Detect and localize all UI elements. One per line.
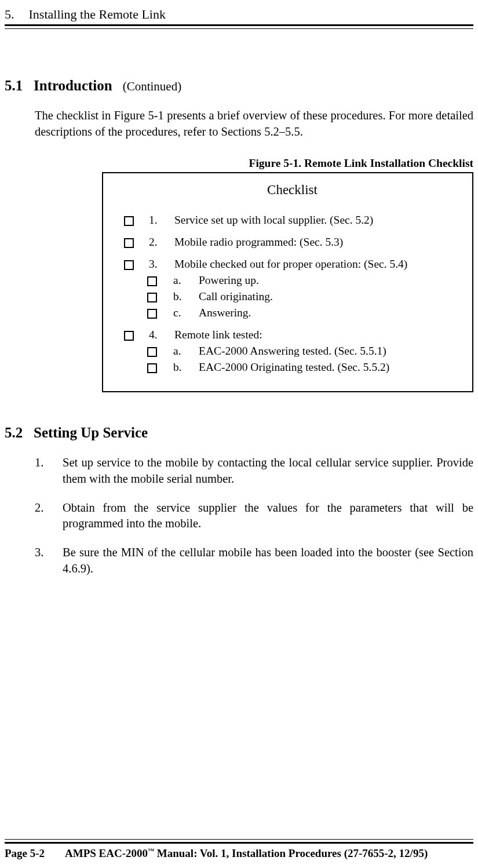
section-title: Introduction	[34, 78, 112, 94]
item-text: Be sure the MIN of the cellular mobile h…	[63, 545, 473, 577]
numbered-list: 1. Set up service to the mobile by conta…	[35, 455, 473, 577]
content-area: 5.1 Introduction (Continued) The checkli…	[0, 31, 478, 577]
item-number: 1.	[149, 214, 174, 227]
item-number: a.	[173, 345, 199, 358]
section-number: 5.2	[5, 425, 28, 441]
item-number: 1.	[35, 455, 63, 487]
checkbox-icon	[147, 347, 157, 357]
item-text: Service set up with local supplier. (Sec…	[174, 214, 461, 227]
item-text: Call originating.	[199, 290, 461, 303]
checklist-item-3a: a. Powering up.	[147, 274, 461, 287]
section-title: Setting Up Service	[34, 425, 148, 441]
checklist-item-4b: b. EAC-2000 Originating tested. (Sec. 5.…	[147, 361, 461, 374]
item-number: 3.	[149, 258, 174, 271]
intro-paragraph: The checklist in Figure 5-1 presents a b…	[35, 108, 473, 140]
checklist-item-3: 3. Mobile checked out for proper operati…	[124, 258, 461, 271]
chapter-title: 5. Installing the Remote Link	[5, 7, 473, 22]
item-number: b.	[173, 290, 199, 303]
header-rule	[5, 24, 473, 29]
page-footer: Page 5-2 AMPS EAC-2000™ Manual: Vol. 1, …	[5, 839, 473, 860]
checklist-item-4a: a. EAC-2000 Answering tested. (Sec. 5.5.…	[147, 345, 461, 358]
page-header: 5. Installing the Remote Link	[5, 0, 473, 31]
list-item: 2. Obtain from the service supplier the …	[35, 500, 473, 532]
checkbox-icon	[124, 260, 134, 270]
item-number: c.	[173, 307, 199, 319]
checkbox-icon	[147, 309, 157, 319]
figure-caption: Figure 5-1. Remote Link Installation Che…	[5, 157, 473, 170]
footer-title: AMPS EAC-2000™ Manual: Vol. 1, Installat…	[65, 847, 473, 860]
section-5-1-heading: 5.1 Introduction (Continued)	[5, 78, 473, 94]
item-number: 2.	[35, 500, 63, 532]
checklist-item-4: 4. Remote link tested:	[124, 329, 461, 341]
trademark-symbol: ™	[148, 847, 154, 854]
checkbox-icon	[124, 216, 134, 226]
checkbox-icon	[147, 363, 157, 373]
checkbox-icon	[124, 238, 134, 248]
checklist-item-1: 1. Service set up with local supplier. (…	[124, 214, 461, 227]
checklist-item-2: 2. Mobile radio programmed: (Sec. 5.3)	[124, 236, 461, 249]
footer-line: Page 5-2 AMPS EAC-2000™ Manual: Vol. 1, …	[5, 847, 473, 860]
footer-title-post: Manual: Vol. 1, Installation Procedures …	[154, 847, 428, 859]
item-text: Mobile radio programmed: (Sec. 5.3)	[174, 236, 461, 249]
checklist-item-3c: c. Answering.	[147, 307, 461, 319]
checklist-box: Checklist 1. Service set up with local s…	[102, 172, 473, 392]
checkbox-icon	[124, 331, 134, 341]
item-number: 2.	[149, 236, 174, 249]
item-text: Powering up.	[199, 274, 461, 287]
chapter-name: Installing the Remote Link	[29, 7, 166, 21]
list-item: 3. Be sure the MIN of the cellular mobil…	[35, 545, 473, 577]
item-text: Mobile checked out for proper operation:…	[174, 258, 461, 271]
item-text: Set up service to the mobile by contacti…	[63, 455, 473, 487]
footer-title-pre: AMPS EAC-2000	[65, 847, 148, 859]
checkbox-icon	[147, 276, 157, 286]
section-5-2-heading: 5.2 Setting Up Service	[5, 425, 473, 441]
checkbox-icon	[147, 293, 157, 302]
item-text: EAC-2000 Originating tested. (Sec. 5.5.2…	[199, 361, 461, 374]
item-text: Answering.	[199, 307, 461, 319]
checklist-item-3b: b. Call originating.	[147, 290, 461, 303]
item-text: Remote link tested:	[174, 329, 461, 341]
section-number: 5.1	[5, 78, 28, 94]
chapter-number: 5.	[5, 7, 25, 22]
footer-rule	[5, 839, 473, 844]
item-number: 3.	[35, 545, 63, 577]
list-item: 1. Set up service to the mobile by conta…	[35, 455, 473, 487]
section-continued: (Continued)	[123, 79, 181, 94]
item-text: Obtain from the service supplier the val…	[63, 500, 473, 532]
item-number: a.	[173, 274, 199, 287]
checklist-title: Checklist	[124, 183, 461, 198]
page-number: Page 5-2	[5, 847, 65, 860]
item-text: EAC-2000 Answering tested. (Sec. 5.5.1)	[199, 345, 461, 358]
item-number: 4.	[149, 329, 174, 341]
item-number: b.	[173, 361, 199, 374]
